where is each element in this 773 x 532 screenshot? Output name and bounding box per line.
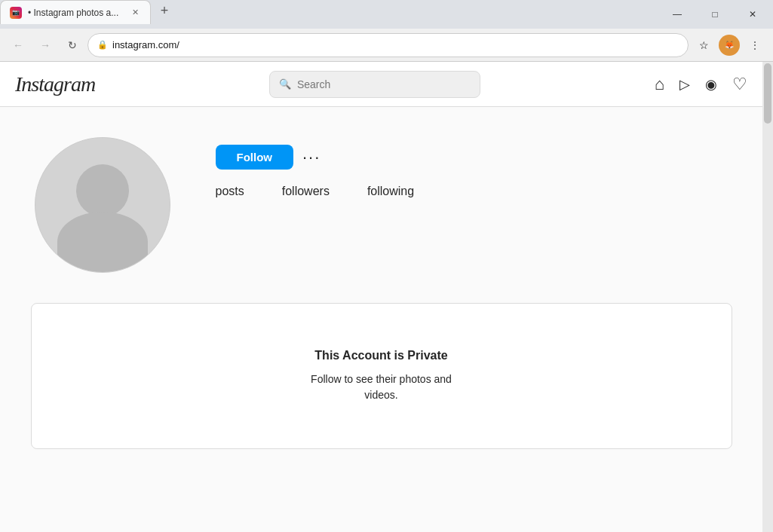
new-tab-button[interactable]: +	[154, 0, 175, 21]
home-icon[interactable]: ⌂	[655, 75, 664, 94]
profile-actions: Follow ···	[216, 145, 729, 170]
following-stat[interactable]: following	[367, 185, 414, 198]
compass-icon[interactable]: ◉	[705, 76, 717, 93]
maximize-button[interactable]: □	[698, 2, 732, 26]
profile-stats: posts followers following	[216, 185, 729, 198]
profile-info: Follow ··· posts followers following	[216, 137, 729, 198]
browser-menu-button[interactable]: ⋮	[743, 33, 767, 57]
following-label: following	[367, 185, 414, 198]
address-bar-row: ← → ↻ 🔒 instagram.com/ ☆ 🦊 ⋮	[0, 29, 773, 62]
browser-window: • Instagram photos a... ✕ + — □ ✕ ← → ↻ …	[0, 0, 773, 532]
forward-button[interactable]: →	[33, 33, 57, 57]
active-tab[interactable]: • Instagram photos a... ✕	[0, 0, 151, 24]
tab-favicon	[10, 7, 22, 19]
page-content: Instagram 🔍 ⌂ ▷ ◉ ♡	[0, 62, 762, 532]
content-wrapper: Instagram 🔍 ⌂ ▷ ◉ ♡	[0, 62, 773, 532]
lock-icon: 🔒	[97, 40, 108, 50]
posts-label: posts	[216, 185, 244, 198]
scrollbar-thumb[interactable]	[764, 63, 771, 124]
more-options-button[interactable]: ···	[302, 148, 321, 167]
minimize-button[interactable]: —	[660, 2, 695, 26]
instagram-logo: Instagram	[15, 72, 95, 96]
private-account-message: Follow to see their photos andvideos.	[47, 371, 716, 403]
avatar-head	[76, 164, 129, 217]
window-controls: — □ ✕	[660, 0, 773, 29]
tab-close-button[interactable]: ✕	[129, 7, 141, 19]
private-account-section: This Account is Private Follow to see th…	[31, 303, 732, 449]
refresh-button[interactable]: ↻	[60, 33, 84, 57]
search-field[interactable]: 🔍	[269, 71, 480, 98]
user-avatar-button[interactable]: 🦊	[719, 35, 740, 56]
avatar-body	[57, 212, 148, 272]
avatar-silhouette	[35, 138, 170, 272]
followers-label: followers	[282, 185, 330, 198]
address-text: instagram.com/	[112, 39, 679, 50]
heart-icon[interactable]: ♡	[732, 75, 747, 94]
search-container: 🔍	[269, 71, 480, 98]
address-field[interactable]: 🔒 instagram.com/	[87, 33, 689, 57]
profile-section: Follow ··· posts followers following	[20, 107, 744, 288]
tab-title: • Instagram photos a...	[28, 8, 123, 18]
explore-icon[interactable]: ▷	[679, 76, 690, 93]
avatar-container	[35, 137, 170, 273]
navigation-icons: ⌂ ▷ ◉ ♡	[655, 75, 747, 94]
posts-stat: posts	[216, 185, 244, 198]
instagram-header: Instagram 🔍 ⌂ ▷ ◉ ♡	[0, 62, 762, 107]
close-button[interactable]: ✕	[735, 2, 770, 26]
search-icon: 🔍	[279, 78, 291, 90]
instagram-tab-icon	[10, 7, 22, 19]
back-button[interactable]: ←	[6, 33, 30, 57]
profile-avatar	[35, 137, 170, 273]
bookmark-button[interactable]: ☆	[692, 33, 716, 57]
follow-button[interactable]: Follow	[216, 145, 294, 170]
followers-stat[interactable]: followers	[282, 185, 330, 198]
private-account-title: This Account is Private	[47, 349, 716, 362]
scrollbar[interactable]	[762, 62, 773, 532]
search-input[interactable]	[297, 78, 471, 90]
